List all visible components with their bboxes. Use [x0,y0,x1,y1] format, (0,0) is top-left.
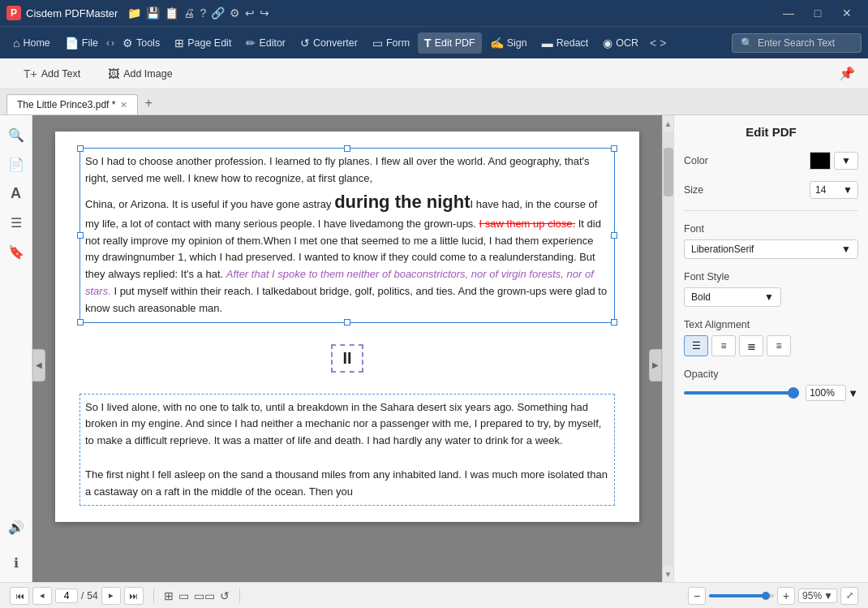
first-page-btn[interactable]: ⏮ [10,587,29,605]
close-tab-icon[interactable]: ✕ [120,100,127,110]
menu-home[interactable]: ⌂ Home [6,32,57,54]
scroll-track[interactable] [663,132,673,566]
text-content-2: So I lived alone, with no one to talk to… [85,399,609,501]
handle-bl[interactable] [77,319,84,326]
size-select[interactable]: 14 ▼ [810,181,858,199]
double-page-icon[interactable]: ▭▭ [194,589,215,602]
menu-file[interactable]: 📄 File [58,32,105,54]
menu-sign[interactable]: ✍ Sign [483,32,534,54]
search-placeholder: Enter Search Text [758,37,835,49]
vertical-scrollbar[interactable]: ▲ ▼ [662,115,673,582]
maximize-button[interactable]: □ [803,0,832,26]
close-button[interactable]: ✕ [832,0,862,26]
menu-ocr[interactable]: ◉ OCR [596,32,645,54]
menu-page-edit-label: Page Edit [187,37,231,49]
text-box-selected-1[interactable]: So I had to choose another profession. I… [79,148,615,323]
sidebar-search[interactable]: 🔍 [3,122,29,148]
nav-forward[interactable]: › [111,37,114,49]
handle-mr[interactable] [611,232,617,239]
align-right-btn[interactable]: ≣ [739,335,763,356]
add-image-button[interactable]: 🖼 Add Image [97,63,183,85]
file-icon[interactable]: 📁 [127,6,141,19]
fit-page-icon[interactable]: ⊞ [164,589,174,602]
zoom-slider[interactable] [709,594,774,597]
edit-pdf-icon: T [424,37,432,50]
sidebar-layers[interactable]: 🔖 [3,239,29,265]
align-center-btn[interactable]: ≡ [711,335,736,356]
menu-redact[interactable]: ▬ Redact [535,32,595,54]
scroll-up-btn[interactable]: ▲ [663,115,673,132]
color-swatch[interactable] [810,152,831,170]
menu-tools[interactable]: ⚙ Tools [116,32,166,54]
sidebar-audio[interactable]: 🔊 [3,514,29,540]
angle-right-icon[interactable]: > [660,37,666,50]
sidebar-info[interactable]: ℹ [3,550,29,576]
undo-icon[interactable]: ↩ [245,6,255,19]
handle-br[interactable] [611,319,617,326]
collapse-left-arrow[interactable]: ◀ [32,349,45,382]
menu-edit-pdf[interactable]: T Edit PDF [418,32,482,54]
zoom-minus-btn[interactable]: − [688,587,706,605]
scroll-down-btn[interactable]: ▼ [663,566,673,582]
opacity-slider[interactable] [684,391,799,395]
handle-tl[interactable] [77,145,84,152]
save-icon[interactable]: 💾 [146,6,160,19]
last-page-btn[interactable]: ⏭ [124,587,144,605]
color-dropdown[interactable]: ▼ [834,152,858,170]
opacity-input[interactable]: 100% [806,385,846,401]
zoom-plus-btn[interactable]: + [777,587,795,605]
size-chevron: ▼ [843,184,853,196]
font-select[interactable]: LiberationSerif ▼ [684,239,858,259]
collapse-right-arrow[interactable]: ▶ [649,349,662,382]
tab-document[interactable]: The Little Prince3.pdf * ✕ [6,94,138,114]
handle-tm[interactable] [344,145,350,152]
zoom-select[interactable]: 95% ▼ [798,589,837,603]
italic-purple-text: After that I spoke to them neither of bo… [85,268,594,297]
current-page-input[interactable] [55,589,78,603]
single-page-icon[interactable]: ▭ [178,589,189,602]
print-icon[interactable]: 🖨 [183,6,195,19]
sidebar-text[interactable]: A [3,180,29,206]
redo-icon[interactable]: ↪ [260,6,269,19]
handle-tr[interactable] [611,145,617,152]
add-tab-button[interactable]: + [138,92,158,114]
opacity-chevron: ▼ [848,387,858,399]
sidebar-thumbnail[interactable]: 📄 [3,151,29,177]
settings-icon[interactable]: ⚙ [230,6,240,19]
nav-back[interactable]: ‹ [106,37,110,49]
help-icon[interactable]: ? [200,6,206,19]
menu-editor[interactable]: ✏ Editor [239,32,292,54]
align-left-btn[interactable]: ☰ [684,335,708,356]
scroll-thumb[interactable] [664,148,673,196]
opacity-thumb[interactable] [788,387,799,399]
file-menu-icon: 📄 [65,37,79,50]
handle-ml[interactable] [77,232,84,239]
text-box-dashed-1[interactable]: So I lived alone, with no one to talk to… [79,394,615,507]
add-text-button[interactable]: T+ Add Text [13,63,91,85]
angle-left-icon[interactable]: < [650,37,656,50]
menu-form[interactable]: ▭ Form [366,32,416,54]
save2-icon[interactable]: 📋 [165,6,178,19]
prev-page-btn[interactable]: ◂ [32,587,52,605]
expand-btn[interactable]: ⤢ [840,587,858,605]
menu-converter[interactable]: ↺ Converter [294,32,364,54]
font-style-select[interactable]: Bold ▼ [684,287,781,307]
search-box[interactable]: 🔍 Enter Search Text [732,33,862,53]
rotate-icon[interactable]: ↺ [220,589,230,602]
link-icon[interactable]: 🔗 [211,6,225,19]
handle-bm[interactable] [344,319,350,326]
align-justify-btn[interactable]: ≡ [767,335,791,356]
color-control: ▼ [810,152,858,170]
zoom-thumb[interactable] [762,592,770,600]
minimize-button[interactable]: — [774,0,803,26]
sidebar-bookmarks[interactable]: ☰ [3,209,29,235]
next-page-btn[interactable]: ▸ [101,587,121,605]
title-bar: P Cisdem PDFMaster 📁 💾 📋 🖨 ? 🔗 ⚙ ↩ ↪ — □… [0,0,868,26]
menu-bar: ⌂ Home 📄 File ‹ › ⚙ Tools ⊞ Page Edit ✏ … [0,26,868,58]
font-style-row: Font Style Bold ▼ [684,270,858,307]
edit-pdf-panel: Edit PDF Color ▼ Size 14 ▼ Font Liberati… [673,115,868,582]
font-style-value: Bold [691,291,711,303]
menu-page-edit[interactable]: ⊞ Page Edit [168,32,238,54]
menu-file-label: File [82,37,98,49]
pin-button[interactable]: 📌 [839,66,855,81]
